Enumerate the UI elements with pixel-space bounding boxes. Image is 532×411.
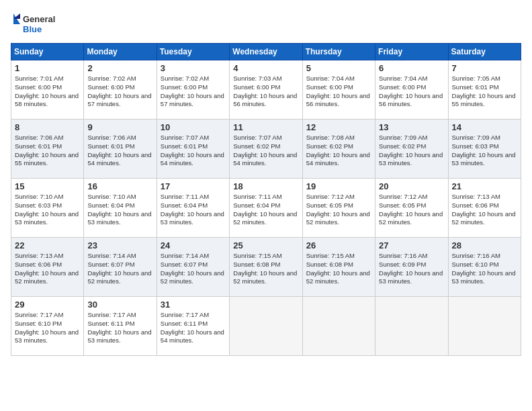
calendar-day-cell: 15Sunrise: 7:10 AM Sunset: 6:03 PM Dayli… bbox=[11, 179, 84, 238]
calendar-day-cell bbox=[375, 297, 448, 356]
day-detail: Sunrise: 7:09 AM Sunset: 6:03 PM Dayligh… bbox=[452, 134, 517, 168]
calendar-day-cell bbox=[448, 297, 521, 356]
calendar-day-cell: 4Sunrise: 7:03 AM Sunset: 6:00 PM Daylig… bbox=[230, 60, 302, 120]
calendar-day-cell: 11Sunrise: 7:07 AM Sunset: 6:02 PM Dayli… bbox=[230, 120, 302, 179]
calendar-day-cell: 23Sunrise: 7:14 AM Sunset: 6:07 PM Dayli… bbox=[84, 238, 157, 297]
calendar-week-row: 8Sunrise: 7:06 AM Sunset: 6:01 PM Daylig… bbox=[11, 120, 521, 179]
weekday-header-row: SundayMondayTuesdayWednesdayThursdayFrid… bbox=[11, 44, 521, 60]
day-detail: Sunrise: 7:09 AM Sunset: 6:02 PM Dayligh… bbox=[379, 134, 444, 168]
day-detail: Sunrise: 7:05 AM Sunset: 6:01 PM Dayligh… bbox=[452, 75, 517, 109]
calendar-day-cell: 1Sunrise: 7:01 AM Sunset: 6:00 PM Daylig… bbox=[11, 60, 84, 120]
day-number: 26 bbox=[306, 240, 371, 250]
day-detail: Sunrise: 7:10 AM Sunset: 6:04 PM Dayligh… bbox=[87, 193, 152, 227]
calendar-day-cell: 19Sunrise: 7:12 AM Sunset: 6:05 PM Dayli… bbox=[302, 179, 375, 238]
day-number: 19 bbox=[306, 181, 371, 191]
calendar-day-cell: 6Sunrise: 7:04 AM Sunset: 6:00 PM Daylig… bbox=[375, 60, 448, 120]
day-number: 6 bbox=[379, 63, 444, 73]
calendar-day-cell: 10Sunrise: 7:07 AM Sunset: 6:01 PM Dayli… bbox=[157, 120, 229, 179]
day-number: 31 bbox=[161, 300, 226, 310]
day-number: 28 bbox=[452, 240, 517, 250]
calendar-day-cell: 9Sunrise: 7:06 AM Sunset: 6:01 PM Daylig… bbox=[84, 120, 157, 179]
calendar-week-row: 29Sunrise: 7:17 AM Sunset: 6:10 PM Dayli… bbox=[11, 297, 521, 356]
day-number: 9 bbox=[87, 122, 152, 132]
weekday-header-cell: Monday bbox=[84, 44, 157, 60]
day-detail: Sunrise: 7:11 AM Sunset: 6:04 PM Dayligh… bbox=[233, 193, 298, 227]
day-number: 4 bbox=[233, 63, 298, 73]
day-number: 5 bbox=[306, 63, 371, 73]
calendar-day-cell: 13Sunrise: 7:09 AM Sunset: 6:02 PM Dayli… bbox=[375, 120, 448, 179]
day-detail: Sunrise: 7:04 AM Sunset: 6:00 PM Dayligh… bbox=[306, 75, 371, 109]
day-number: 23 bbox=[87, 240, 152, 250]
calendar-day-cell bbox=[230, 297, 302, 356]
weekday-header-cell: Saturday bbox=[448, 44, 521, 60]
day-detail: Sunrise: 7:14 AM Sunset: 6:07 PM Dayligh… bbox=[87, 252, 152, 286]
calendar-day-cell: 16Sunrise: 7:10 AM Sunset: 6:04 PM Dayli… bbox=[84, 179, 157, 238]
page-header: General Blue bbox=[11, 11, 521, 38]
day-number: 27 bbox=[379, 240, 444, 250]
calendar-day-cell: 2Sunrise: 7:02 AM Sunset: 6:00 PM Daylig… bbox=[84, 60, 157, 120]
day-detail: Sunrise: 7:03 AM Sunset: 6:00 PM Dayligh… bbox=[233, 75, 298, 109]
day-detail: Sunrise: 7:01 AM Sunset: 6:00 PM Dayligh… bbox=[15, 75, 80, 109]
weekday-header-cell: Tuesday bbox=[157, 44, 229, 60]
day-number: 13 bbox=[379, 122, 444, 132]
calendar-day-cell: 31Sunrise: 7:17 AM Sunset: 6:11 PM Dayli… bbox=[157, 297, 229, 356]
calendar-day-cell: 22Sunrise: 7:13 AM Sunset: 6:06 PM Dayli… bbox=[11, 238, 84, 297]
weekday-header-cell: Friday bbox=[375, 44, 448, 60]
day-number: 11 bbox=[233, 122, 298, 132]
day-detail: Sunrise: 7:15 AM Sunset: 6:08 PM Dayligh… bbox=[233, 252, 298, 286]
day-detail: Sunrise: 7:07 AM Sunset: 6:01 PM Dayligh… bbox=[161, 134, 226, 168]
calendar-day-cell: 3Sunrise: 7:02 AM Sunset: 6:00 PM Daylig… bbox=[157, 60, 229, 120]
day-detail: Sunrise: 7:02 AM Sunset: 6:00 PM Dayligh… bbox=[161, 75, 226, 109]
calendar-day-cell: 28Sunrise: 7:16 AM Sunset: 6:10 PM Dayli… bbox=[448, 238, 521, 297]
calendar-table: SundayMondayTuesdayWednesdayThursdayFrid… bbox=[11, 43, 521, 356]
day-number: 29 bbox=[15, 300, 80, 310]
day-number: 10 bbox=[161, 122, 226, 132]
logo: General Blue bbox=[11, 11, 64, 38]
day-detail: Sunrise: 7:15 AM Sunset: 6:08 PM Dayligh… bbox=[306, 252, 371, 286]
day-number: 25 bbox=[233, 240, 298, 250]
day-detail: Sunrise: 7:06 AM Sunset: 6:01 PM Dayligh… bbox=[15, 134, 80, 168]
day-number: 22 bbox=[15, 240, 80, 250]
calendar-day-cell: 18Sunrise: 7:11 AM Sunset: 6:04 PM Dayli… bbox=[230, 179, 302, 238]
calendar-week-row: 1Sunrise: 7:01 AM Sunset: 6:00 PM Daylig… bbox=[11, 60, 521, 120]
calendar-day-cell: 14Sunrise: 7:09 AM Sunset: 6:03 PM Dayli… bbox=[448, 120, 521, 179]
calendar-day-cell: 8Sunrise: 7:06 AM Sunset: 6:01 PM Daylig… bbox=[11, 120, 84, 179]
calendar-day-cell: 20Sunrise: 7:12 AM Sunset: 6:05 PM Dayli… bbox=[375, 179, 448, 238]
weekday-header-cell: Sunday bbox=[11, 44, 84, 60]
day-number: 1 bbox=[15, 63, 80, 73]
day-number: 2 bbox=[87, 63, 152, 73]
day-detail: Sunrise: 7:12 AM Sunset: 6:05 PM Dayligh… bbox=[379, 193, 444, 227]
day-detail: Sunrise: 7:13 AM Sunset: 6:06 PM Dayligh… bbox=[15, 252, 80, 286]
day-number: 7 bbox=[452, 63, 517, 73]
day-detail: Sunrise: 7:11 AM Sunset: 6:04 PM Dayligh… bbox=[161, 193, 226, 227]
day-detail: Sunrise: 7:17 AM Sunset: 6:11 PM Dayligh… bbox=[161, 311, 226, 345]
day-number: 14 bbox=[452, 122, 517, 132]
day-number: 17 bbox=[161, 181, 226, 191]
day-number: 15 bbox=[15, 181, 80, 191]
day-detail: Sunrise: 7:06 AM Sunset: 6:01 PM Dayligh… bbox=[87, 134, 152, 168]
calendar-day-cell: 29Sunrise: 7:17 AM Sunset: 6:10 PM Dayli… bbox=[11, 297, 84, 356]
day-detail: Sunrise: 7:04 AM Sunset: 6:00 PM Dayligh… bbox=[379, 75, 444, 109]
day-detail: Sunrise: 7:17 AM Sunset: 6:10 PM Dayligh… bbox=[15, 311, 80, 345]
calendar-body: 1Sunrise: 7:01 AM Sunset: 6:00 PM Daylig… bbox=[11, 60, 521, 356]
weekday-header-cell: Wednesday bbox=[230, 44, 302, 60]
weekday-header-cell: Thursday bbox=[302, 44, 375, 60]
day-number: 8 bbox=[15, 122, 80, 132]
calendar-day-cell: 7Sunrise: 7:05 AM Sunset: 6:01 PM Daylig… bbox=[448, 60, 521, 120]
calendar-day-cell: 27Sunrise: 7:16 AM Sunset: 6:09 PM Dayli… bbox=[375, 238, 448, 297]
day-detail: Sunrise: 7:12 AM Sunset: 6:05 PM Dayligh… bbox=[306, 193, 371, 227]
calendar-day-cell: 30Sunrise: 7:17 AM Sunset: 6:11 PM Dayli… bbox=[84, 297, 157, 356]
calendar-day-cell: 17Sunrise: 7:11 AM Sunset: 6:04 PM Dayli… bbox=[157, 179, 229, 238]
day-detail: Sunrise: 7:08 AM Sunset: 6:02 PM Dayligh… bbox=[306, 134, 371, 168]
day-detail: Sunrise: 7:16 AM Sunset: 6:10 PM Dayligh… bbox=[452, 252, 517, 286]
day-number: 18 bbox=[233, 181, 298, 191]
day-detail: Sunrise: 7:10 AM Sunset: 6:03 PM Dayligh… bbox=[15, 193, 80, 227]
calendar-day-cell: 5Sunrise: 7:04 AM Sunset: 6:00 PM Daylig… bbox=[302, 60, 375, 120]
day-number: 30 bbox=[87, 300, 152, 310]
day-number: 24 bbox=[161, 240, 226, 250]
day-number: 21 bbox=[452, 181, 517, 191]
calendar-week-row: 15Sunrise: 7:10 AM Sunset: 6:03 PM Dayli… bbox=[11, 179, 521, 238]
svg-text:General: General bbox=[23, 14, 55, 24]
calendar-day-cell: 21Sunrise: 7:13 AM Sunset: 6:06 PM Dayli… bbox=[448, 179, 521, 238]
day-number: 12 bbox=[306, 122, 371, 132]
